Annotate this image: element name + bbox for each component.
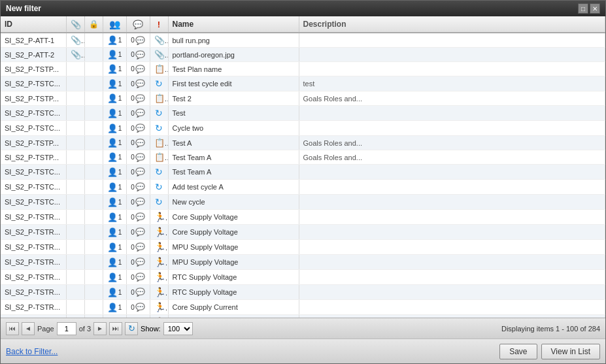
- cell-comments: 0💬: [126, 165, 150, 180]
- user-count-badge: 👤1: [107, 182, 122, 192]
- table-row[interactable]: SI_S2_P-TSTC... 👤1 0💬 ↻ Test: [1, 106, 605, 121]
- col-header-attach[interactable]: 📎: [66, 16, 84, 33]
- page-input[interactable]: [57, 322, 76, 335]
- next-page-button[interactable]: ►: [93, 322, 107, 335]
- cell-name: First test cycle edit: [168, 76, 299, 91]
- table-row[interactable]: SI_S2_P-ATT-2 📎 👤1 0💬 📎 portland-oregon.…: [1, 48, 605, 62]
- cell-lock: [84, 210, 103, 225]
- cell-type-icon: 📋: [150, 62, 168, 76]
- col-header-id[interactable]: ID: [1, 16, 66, 33]
- cell-attach: [66, 136, 84, 150]
- cell-attach: [66, 225, 84, 240]
- restore-button[interactable]: □: [578, 3, 588, 14]
- cell-attach: [66, 150, 84, 165]
- table-row[interactable]: SI_S2_P-TSTP... 👤1 0💬 📋 Test 2 Goals Rol…: [1, 91, 605, 106]
- refresh-button[interactable]: ↻: [125, 322, 138, 335]
- table-row[interactable]: SI_S2_P-TSTP... 👤1 0💬 📋 Test Team A Goal…: [1, 150, 605, 165]
- table-row[interactable]: SI_S2_P-TSTP... 👤1 0💬 📋 Test Plan name: [1, 62, 605, 76]
- window-title: New filter: [6, 4, 41, 13]
- cell-attach: [66, 165, 84, 180]
- cell-description: [299, 225, 605, 240]
- cell-description: [299, 33, 605, 48]
- user-count-badge: 👤1: [107, 273, 122, 282]
- table-row[interactable]: SI_S2_P-TSTC... 👤1 0💬 ↻ Add test cycle A: [1, 180, 605, 195]
- cell-name: MPU Supply Voltage: [168, 240, 299, 255]
- cell-name: Test Team A: [168, 165, 299, 180]
- cell-attach: [66, 62, 84, 76]
- close-button[interactable]: ✕: [590, 3, 600, 14]
- page-label: Page: [37, 325, 54, 333]
- cell-comments: 0💬: [126, 255, 150, 270]
- table-wrapper[interactable]: ID 📎 🔒 👥 💬: [1, 16, 605, 318]
- table-row[interactable]: SI_S2_P-TSTC... 👤1 0💬 ↻ New cycle: [1, 195, 605, 210]
- cell-users: 👤1: [103, 210, 126, 225]
- col-header-description[interactable]: Description: [299, 16, 605, 33]
- show-select[interactable]: 25 50 100 200: [163, 322, 193, 335]
- cell-lock: [84, 33, 103, 48]
- prev-page-button[interactable]: ◄: [22, 322, 35, 335]
- cell-description: [299, 165, 605, 180]
- cell-attach: [66, 255, 84, 270]
- last-page-button[interactable]: ⏭: [109, 322, 122, 335]
- table-row[interactable]: SI_S2_P-TSTC... 👤1 0💬 ↻ First test cycle…: [1, 76, 605, 91]
- cell-name: Test Plan name: [168, 62, 299, 76]
- cell-comments: 0💬: [126, 48, 150, 62]
- col-header-comments[interactable]: 💬: [126, 16, 150, 33]
- cell-lock: [84, 48, 103, 62]
- cell-name: bull run.png: [168, 33, 299, 48]
- view-in-list-button[interactable]: View in List: [541, 344, 600, 359]
- cell-id: SI_S2_P-ATT-2: [1, 48, 66, 62]
- table-row[interactable]: SI_S2_P-TSTP... 👤1 0💬 📋 Test A Goals Rol…: [1, 136, 605, 150]
- table-container: ID 📎 🔒 👥 💬: [1, 16, 605, 318]
- comment-count-badge: 0💬: [131, 257, 145, 267]
- cell-comments: 0💬: [126, 106, 150, 121]
- user-count-badge: 👤1: [107, 35, 122, 45]
- col-header-users[interactable]: 👥: [103, 16, 126, 33]
- table-row[interactable]: SI_S2_P-TSTR... 👤1 0💬 🏃 MPU Supply Volta…: [1, 240, 605, 255]
- cell-name: Test A: [168, 136, 299, 150]
- cell-users: 👤1: [103, 33, 126, 48]
- table-row[interactable]: SI_S2_P-TSTR... 👤1 0💬 🏃 Core Supply Curr…: [1, 300, 605, 315]
- table-row[interactable]: SI_S2_P-TSTC... 👤1 0💬 ↻ Cycle two: [1, 121, 605, 136]
- cell-comments: 0💬: [126, 300, 150, 315]
- cell-type-icon: 🏃: [150, 255, 168, 270]
- col-header-name[interactable]: Name: [168, 16, 299, 33]
- cell-type-icon: 📎: [150, 33, 168, 48]
- cell-comments: 0💬: [126, 225, 150, 240]
- cell-users: 👤1: [103, 91, 126, 106]
- back-to-filter-link[interactable]: Back to Filter...: [6, 347, 58, 356]
- cell-id: SI_S2_P-TSTC...: [1, 106, 66, 121]
- cell-users: 👤1: [103, 180, 126, 195]
- table-row[interactable]: SI_S2_P-ATT-1 📎 👤1 0💬 📎 bull run.png: [1, 33, 605, 48]
- cell-comments: 0💬: [126, 136, 150, 150]
- cell-name: Core Supply Current: [168, 300, 299, 315]
- cell-comments: 0💬: [126, 150, 150, 165]
- cell-lock: [84, 62, 103, 76]
- cell-lock: [84, 91, 103, 106]
- comment-count-badge: 0💬: [131, 153, 145, 162]
- table-row[interactable]: SI_S2_P-TSTR... 👤1 0💬 🏃 Core Supply Volt…: [1, 225, 605, 240]
- cell-id: SI_S2_P-TSTC...: [1, 121, 66, 136]
- cell-id: SI_S2_P-TSTR...: [1, 225, 66, 240]
- cell-attach: [66, 76, 84, 91]
- cell-users: 👤1: [103, 270, 126, 285]
- cell-description: Goals Roles and...: [299, 136, 605, 150]
- first-page-button[interactable]: ⏮: [6, 322, 19, 335]
- user-count-badge: 👤1: [107, 242, 122, 252]
- cell-id: SI_S2_P-ATT-1: [1, 33, 66, 48]
- cell-attach: [66, 210, 84, 225]
- table-row[interactable]: SI_S2_P-TSTR... 👤1 0💬 🏃 RTC Supply Volta…: [1, 285, 605, 300]
- cell-type-icon: ↻: [150, 180, 168, 195]
- table-row[interactable]: SI_S2_P-TSTR... 👤1 0💬 🏃 MPU Supply Volta…: [1, 255, 605, 270]
- table-row[interactable]: SI_S2_P-TSTR... 👤1 0💬 🏃 RTC Supply Volta…: [1, 270, 605, 285]
- save-button[interactable]: Save: [499, 344, 537, 359]
- table-row[interactable]: SI_S2_P-TSTC... 👤1 0💬 ↻ Test Team A: [1, 165, 605, 180]
- cell-type-icon: ↻: [150, 121, 168, 136]
- pagination-footer: ⏮ ◄ Page of 3 ► ⏭ ↻ Show: 25 50 100 200 …: [1, 318, 605, 339]
- col-header-flag[interactable]: !: [150, 16, 168, 33]
- cell-id: SI_S2_P-TSTC...: [1, 165, 66, 180]
- user-count-badge: 👤1: [107, 288, 122, 297]
- col-header-lock[interactable]: 🔒: [84, 16, 103, 33]
- table-row[interactable]: SI_S2_P-TSTR... 👤1 0💬 🏃 Core Supply Volt…: [1, 210, 605, 225]
- cell-type-icon: ↻: [150, 165, 168, 180]
